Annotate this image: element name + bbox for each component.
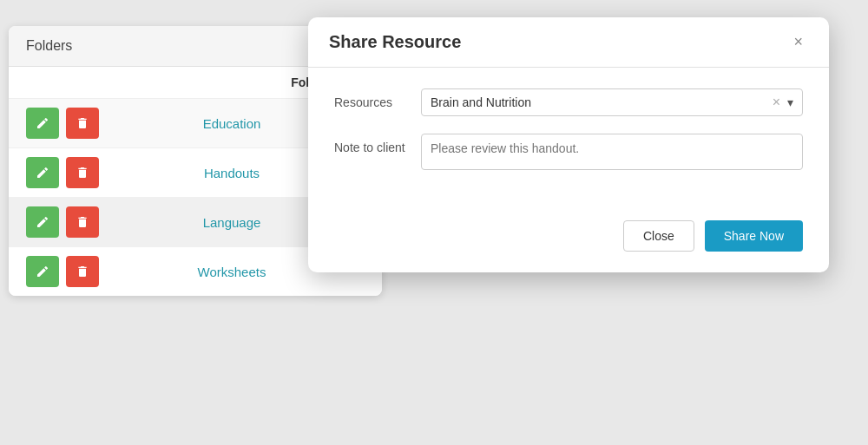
resources-select-wrapper: Brain and Nutrition × ▾ bbox=[421, 88, 803, 116]
edit-button[interactable] bbox=[26, 108, 59, 139]
resource-select-actions: × ▾ bbox=[771, 95, 793, 110]
close-button[interactable]: Close bbox=[623, 220, 694, 252]
edit-button[interactable] bbox=[26, 206, 59, 238]
trash-icon bbox=[76, 166, 89, 180]
resource-select-value: Brain and Nutrition bbox=[431, 95, 771, 109]
folders-title: Folders bbox=[26, 38, 72, 53]
delete-button[interactable] bbox=[66, 206, 99, 238]
edit-button[interactable] bbox=[26, 256, 59, 287]
edit-icon bbox=[36, 116, 49, 130]
resources-label: Resources bbox=[334, 88, 421, 109]
edit-icon bbox=[36, 265, 49, 278]
select-chevron-button[interactable]: ▾ bbox=[787, 95, 793, 109]
edit-icon bbox=[36, 166, 49, 180]
resource-select[interactable]: Brain and Nutrition × ▾ bbox=[421, 88, 803, 116]
note-label: Note to client bbox=[334, 134, 421, 154]
edit-icon bbox=[36, 215, 49, 229]
select-clear-button[interactable]: × bbox=[771, 95, 782, 110]
note-input-wrapper bbox=[421, 134, 803, 173]
modal-title: Share Resource bbox=[329, 32, 461, 52]
modal-body: Resources Brain and Nutrition × ▾ Note t… bbox=[308, 68, 829, 212]
folder-actions bbox=[26, 206, 99, 238]
delete-button[interactable] bbox=[66, 108, 99, 139]
note-input[interactable] bbox=[421, 134, 803, 170]
modal-footer: Close Share Now bbox=[308, 212, 829, 272]
trash-icon bbox=[76, 116, 89, 130]
delete-button[interactable] bbox=[66, 157, 99, 188]
modal-header: Share Resource × bbox=[308, 17, 829, 68]
edit-button[interactable] bbox=[26, 157, 59, 188]
trash-icon bbox=[76, 265, 89, 278]
folder-actions bbox=[26, 256, 99, 287]
trash-icon bbox=[76, 215, 89, 229]
modal-close-button[interactable]: × bbox=[788, 31, 808, 53]
delete-button[interactable] bbox=[66, 256, 99, 287]
share-resource-modal: Share Resource × Resources Brain and Nut… bbox=[308, 17, 829, 272]
folder-actions bbox=[26, 108, 99, 139]
share-now-button[interactable]: Share Now bbox=[705, 220, 803, 252]
note-form-row: Note to client bbox=[334, 134, 803, 173]
resources-form-row: Resources Brain and Nutrition × ▾ bbox=[334, 88, 803, 116]
folder-actions bbox=[26, 157, 99, 188]
